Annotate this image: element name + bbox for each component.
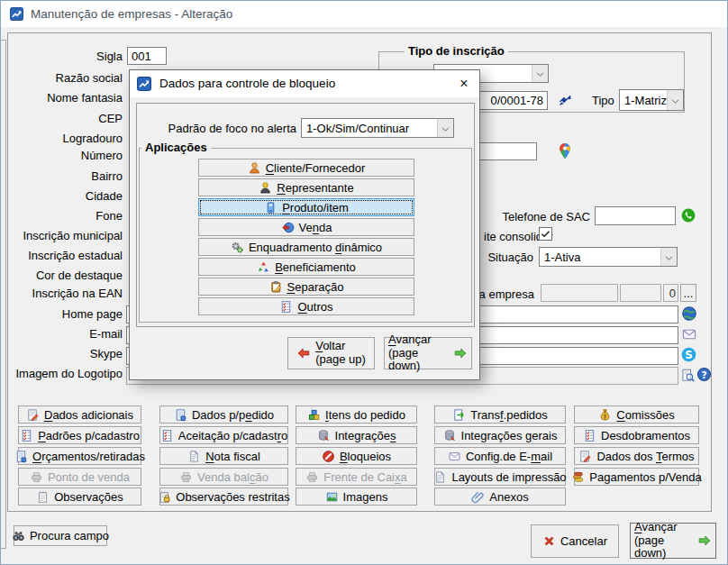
send-email-button[interactable]: [681, 326, 697, 342]
document-blue-icon: [174, 408, 187, 422]
empresa-field-2: [620, 284, 661, 302]
situacao-combo[interactable]: 1-Ativa: [539, 247, 678, 267]
cancelar-button[interactable]: Cancelar: [531, 524, 619, 558]
padroes-p-cadastro-button[interactable]: Padrões p/cadastro: [18, 426, 141, 444]
field-label-skype: Skype: [0, 347, 123, 360]
pagamentos-p-venda-button[interactable]: Pagamentos p/Venda: [574, 468, 699, 486]
group-label-tipo-inscricao: Tipo de inscrição: [405, 44, 508, 58]
bloqueios-button[interactable]: Bloqueios: [296, 447, 417, 465]
field-label-razao-social: Razão social: [0, 71, 123, 85]
separacao-button[interactable]: Separação: [198, 278, 414, 296]
field-label-numero: Número: [0, 149, 123, 162]
globe-button[interactable]: [681, 305, 697, 322]
document-transfer-icon: [452, 408, 466, 422]
enquadramento-dinamico-button[interactable]: Enquadramento dinâmico: [198, 238, 414, 256]
telefone-sac-field[interactable]: [595, 206, 676, 225]
document-icon: [433, 470, 447, 484]
help-icon: ?: [696, 367, 712, 382]
chevron-down-icon: [535, 68, 545, 78]
voltar-button[interactable]: Voltar (page up): [287, 337, 375, 369]
whatsapp-button[interactable]: [680, 207, 696, 223]
integracoes-gerais-button[interactable]: Integrações gerais: [434, 426, 566, 444]
document-magnifier-icon: [680, 368, 696, 383]
pos-terminal-icon: [305, 470, 319, 484]
anexos-button[interactable]: Anexos: [434, 488, 566, 506]
consolidar-checkbox[interactable]: [539, 227, 552, 241]
green-arrow-right-icon: [453, 346, 468, 360]
field-label-nome-fantasia: Nome fantasia: [0, 91, 123, 105]
aceitacao-p-cadastro-button[interactable]: Aceitação p/cadastro: [159, 426, 288, 444]
logotipo-preview-button[interactable]: [680, 368, 696, 383]
dados-adicionais-button[interactable]: Dados adicionais: [18, 406, 141, 424]
field-label-cor-de-destaque: Cor de destaque: [0, 269, 123, 282]
procura-campo-button[interactable]: Procura campo: [14, 525, 107, 546]
tipo-combo[interactable]: 1-Matriz: [619, 89, 684, 111]
field-label-cep: CEP: [0, 112, 123, 125]
beneficiamento-button[interactable]: Beneficiamento: [198, 258, 414, 276]
avancar-button[interactable]: Avançar (page down): [630, 523, 716, 559]
cubes-icon: [307, 408, 321, 422]
observacoes-restritas-button[interactable]: Observações restritas: [159, 488, 288, 506]
gears-icon: [231, 241, 244, 254]
representante-button[interactable]: Representante: [198, 178, 414, 196]
nota-fiscal-button[interactable]: Nota fiscal: [159, 447, 288, 465]
field-label-cidade: Cidade: [0, 189, 123, 203]
tipo-combo-value: 1-Matriz: [620, 90, 667, 110]
imagens-button[interactable]: Imagens: [296, 488, 417, 506]
field-label-sigla: Sigla: [0, 50, 123, 63]
orcamentos-retiradas-button[interactable]: Orçamentos/retiradas: [18, 447, 141, 465]
person-icon: [259, 181, 272, 195]
ellipsis-button[interactable]: ...: [680, 284, 696, 302]
produto-item-button[interactable]: Produto/item: [198, 198, 414, 216]
window-titlebar: Manutenção de empresas - Alteração: [1, 1, 727, 27]
map-button[interactable]: [556, 141, 574, 160]
dados-termos-button[interactable]: Dados dos Termos: [574, 447, 699, 465]
cliente-fornecedor-button[interactable]: Cliente/Fornecedor: [198, 159, 414, 177]
itens-do-pedido-button[interactable]: Itens do pedido: [296, 406, 417, 424]
whatsapp-icon: [680, 207, 696, 223]
receita-federal-button[interactable]: [557, 92, 573, 108]
config-email-button[interactable]: Config.de E-mail: [434, 447, 566, 465]
green-arrow-right-icon: [697, 533, 712, 548]
person-icon: [248, 161, 261, 175]
field-label-home-page: Home page: [0, 307, 123, 321]
envelope-icon: [448, 450, 461, 463]
checklist-icon: [20, 429, 33, 442]
field-label-email: E-mail: [0, 327, 123, 341]
svg-text:S: S: [685, 349, 693, 361]
recycle-icon: [257, 260, 270, 274]
venda-button[interactable]: Venda: [198, 218, 414, 236]
dialog-avancar-button[interactable]: Avançar (page down): [384, 337, 472, 369]
database-icon: [317, 429, 331, 442]
frente-de-caixa-button: Frente de Caixa: [296, 468, 417, 486]
notepad-icon: [36, 490, 50, 504]
close-icon[interactable]: ×: [449, 70, 479, 97]
dialog-titlebar: Dados para controle de bloqueio: [130, 70, 479, 97]
field-label-fone: Fone: [0, 209, 123, 223]
observacoes-button[interactable]: Observações: [18, 488, 141, 506]
transf-pedidos-button[interactable]: Transf.pedidos: [434, 406, 566, 424]
layouts-impressao-button[interactable]: Layouts de impressão: [434, 468, 566, 486]
product-box-icon: [264, 201, 278, 214]
receita-federal-icon: [557, 92, 573, 108]
tipo-label: Tipo: [592, 94, 614, 107]
sigla-field[interactable]: 001: [127, 47, 167, 65]
field-label-inscricao-municipal: Inscrição municipal: [0, 229, 123, 242]
skype-icon: S: [680, 346, 697, 363]
skype-button[interactable]: S: [680, 346, 697, 363]
foco-combo-value: 1-Ok/Sim/Continuar: [302, 119, 437, 137]
foco-label: Padrão de foco no alerta: [157, 122, 296, 135]
dialog-title: Dados para controle de bloqueio: [159, 77, 335, 90]
comissoes-button[interactable]: Comissões: [574, 406, 699, 424]
empresa-field-3: 0: [663, 284, 678, 302]
outros-button[interactable]: Outros: [198, 297, 414, 315]
help-button[interactable]: ?: [696, 367, 712, 382]
integracoes-button[interactable]: Integrações: [296, 426, 417, 444]
desdobramentos-button[interactable]: Desdobramentos: [574, 426, 699, 444]
dados-p-pedido-button[interactable]: Dados p/pedido: [159, 406, 288, 424]
field-label-bairro: Bairro: [0, 169, 123, 183]
field-label-inscricao-na-ean: Inscrição na EAN: [0, 287, 123, 300]
group-label-aplicacoes: Aplicações: [141, 141, 211, 154]
app-logo-icon: [10, 7, 23, 21]
foco-combo[interactable]: 1-Ok/Sim/Continuar: [301, 118, 454, 138]
